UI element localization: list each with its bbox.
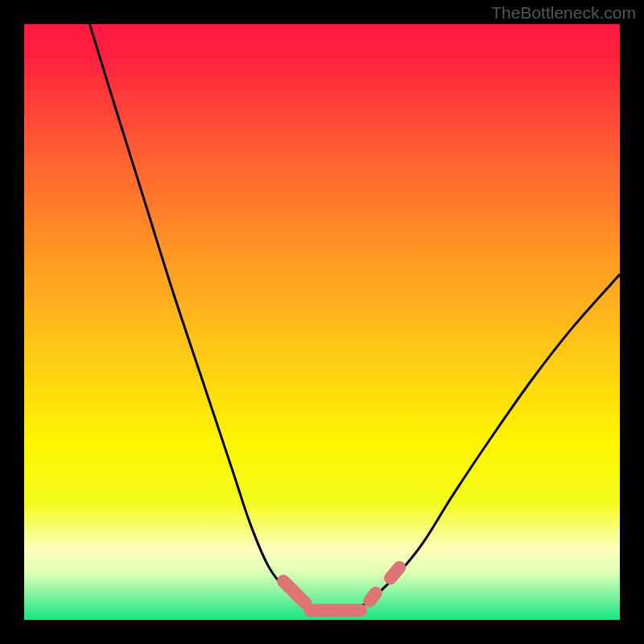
overlay-segment [369, 593, 375, 601]
watermark-text: TheBottleneck.com [491, 3, 636, 23]
overlay-segment [283, 581, 305, 603]
overlay-segment [390, 568, 399, 578]
left-curve [89, 24, 322, 614]
plot-area [24, 24, 620, 620]
curves-layer [24, 24, 620, 620]
chart-frame: TheBottleneck.com [0, 0, 644, 644]
right-curve [322, 275, 620, 614]
